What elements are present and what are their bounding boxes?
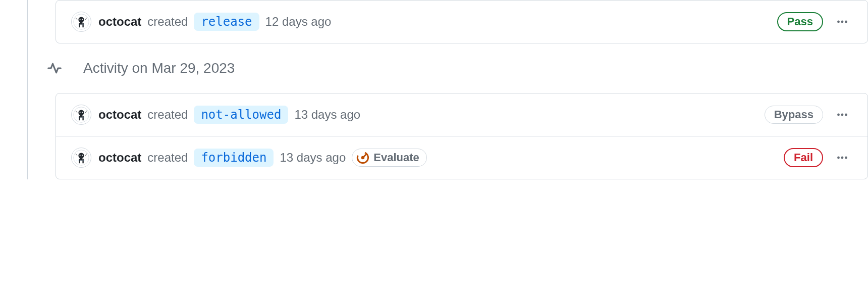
activity-text: octocat created forbidden 13 days ago Ev…	[98, 149, 777, 167]
activity-row[interactable]: octocat created not-allowed 13 days ago …	[56, 93, 867, 136]
timeline-line	[27, 0, 28, 179]
kebab-horizontal-icon	[836, 109, 848, 121]
evaluate-badge[interactable]: Evaluate	[352, 149, 427, 167]
username[interactable]: octocat	[98, 108, 141, 122]
action-verb: created	[147, 15, 188, 29]
kebab-horizontal-icon	[836, 16, 848, 28]
svg-point-19	[845, 114, 847, 116]
activity-text: octocat created release 12 days ago	[98, 13, 770, 31]
svg-point-13	[82, 112, 83, 113]
timestamp: 12 days ago	[265, 15, 332, 29]
svg-rect-26	[80, 158, 83, 161]
octocat-icon	[73, 107, 89, 123]
username[interactable]: octocat	[98, 151, 141, 165]
status-badge: Fail	[784, 148, 823, 167]
svg-point-8	[841, 21, 844, 23]
avatar[interactable]	[71, 105, 91, 125]
more-actions-button[interactable]	[832, 105, 852, 125]
action-verb: created	[147, 108, 188, 122]
status-badge: Pass	[777, 12, 823, 31]
branch-label[interactable]: forbidden	[194, 149, 274, 167]
svg-point-3	[82, 19, 83, 20]
svg-point-22	[80, 155, 81, 156]
svg-point-12	[80, 112, 81, 113]
svg-point-30	[837, 157, 840, 159]
timestamp: 13 days ago	[280, 151, 346, 165]
svg-rect-4	[79, 23, 80, 27]
activity-row[interactable]: octocat created release 12 days ago Pass	[56, 1, 867, 43]
svg-point-31	[841, 157, 844, 159]
svg-line-29	[363, 155, 366, 158]
svg-point-9	[845, 21, 847, 23]
status-badge: Bypass	[765, 106, 823, 124]
avatar[interactable]	[71, 148, 91, 168]
evaluate-label: Evaluate	[373, 151, 419, 164]
svg-rect-16	[80, 115, 83, 118]
activity-group: octocat created not-allowed 13 days ago …	[56, 93, 868, 179]
svg-point-11	[78, 110, 84, 115]
activity-text: octocat created not-allowed 13 days ago	[98, 106, 757, 124]
more-actions-button[interactable]	[832, 148, 852, 168]
svg-rect-5	[82, 23, 83, 27]
octocat-icon	[73, 14, 89, 30]
branch-label[interactable]: release	[194, 13, 259, 31]
activity-row[interactable]: octocat created forbidden 13 days ago Ev…	[56, 136, 867, 179]
octocat-icon	[73, 150, 89, 166]
gauge-icon	[356, 151, 369, 164]
svg-point-21	[78, 153, 84, 158]
kebab-horizontal-icon	[836, 152, 848, 164]
more-actions-button[interactable]	[832, 12, 852, 32]
activity-group: octocat created release 12 days ago Pass	[56, 0, 868, 43]
date-marker: Activity on Mar 29, 2023	[28, 60, 868, 77]
date-heading: Activity on Mar 29, 2023	[83, 60, 235, 76]
action-verb: created	[147, 151, 188, 165]
timestamp: 13 days ago	[294, 108, 360, 122]
branch-label[interactable]: not-allowed	[194, 106, 288, 124]
username[interactable]: octocat	[98, 15, 141, 29]
svg-rect-6	[80, 22, 83, 25]
svg-point-32	[845, 157, 847, 159]
svg-point-23	[82, 155, 83, 156]
svg-point-2	[80, 19, 81, 20]
svg-point-17	[837, 114, 840, 116]
pulse-icon	[46, 60, 63, 77]
svg-point-1	[78, 17, 84, 22]
avatar[interactable]	[71, 12, 91, 32]
svg-point-7	[837, 21, 840, 23]
svg-point-18	[841, 114, 844, 116]
